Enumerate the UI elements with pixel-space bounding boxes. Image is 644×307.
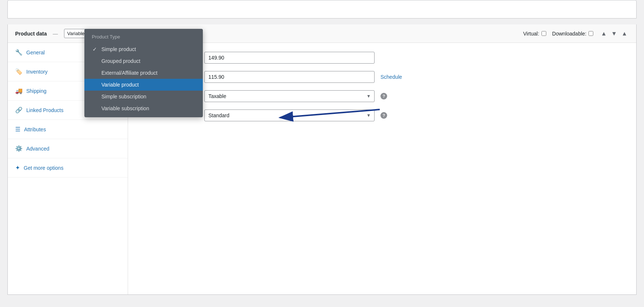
sidebar-item-linked-products-label: Linked Products (26, 107, 63, 113)
star-icon: ✦ (15, 164, 20, 171)
tax-status-select-wrapper[interactable]: Taxable Shipping only None ▼ (204, 90, 375, 102)
sidebar-item-inventory-label: Inventory (26, 69, 48, 75)
tax-class-select-wrapper[interactable]: Standard Reduced rate Zero rate ▼ (204, 109, 375, 121)
sidebar-item-attributes-label: Attributes (24, 126, 46, 132)
virtual-check: Virtual: (523, 31, 546, 37)
checkmark-simple-product: ✓ (92, 46, 98, 52)
header-dash: — (53, 31, 58, 37)
dropdown-header: Product Type (84, 32, 203, 43)
dropdown-item-grouped-product[interactable]: Grouped product (84, 55, 203, 67)
product-data-title: Product data (15, 31, 47, 37)
downloadable-checkbox[interactable] (588, 31, 593, 36)
dropdown-label-variable-subscription: Variable subscription (101, 105, 149, 111)
tax-status-select[interactable]: Taxable Shipping only None (204, 90, 375, 102)
tax-status-help-icon[interactable]: ? (380, 93, 387, 99)
sidebar-item-get-more-options-label: Get more options (24, 165, 63, 171)
tag-icon: 🏷️ (15, 68, 23, 75)
sidebar-item-advanced-label: Advanced (26, 146, 49, 152)
dropdown-label-external-product: External/Affiliate product (101, 70, 158, 76)
truck-icon: 🚚 (15, 87, 23, 94)
dropdown-item-variable-product[interactable]: Variable product (84, 79, 203, 91)
dropdown-item-simple-product[interactable]: ✓ Simple product (84, 43, 203, 55)
sidebar-item-get-more-options[interactable]: ✦ Get more options (8, 158, 128, 178)
regular-price-row: Regular price ($) (139, 52, 625, 64)
dropdown-label-grouped-product: Grouped product (101, 58, 140, 64)
dropdown-label-simple-subscription: Simple subscription (101, 94, 146, 99)
dropdown-label-simple-product: Simple product (101, 46, 136, 52)
dropdown-item-variable-subscription[interactable]: Variable subscription (84, 102, 203, 114)
page-wrapper: Product data — Variable product ? Virtua… (0, 0, 644, 307)
link-icon: 🔗 (15, 107, 23, 114)
header-right: Virtual: Downloadable: ▲ ▼ ▲ (523, 30, 629, 38)
main-content: Regular price ($) Sale price ($) Schedul… (128, 43, 636, 294)
header-arrows: ▲ ▼ ▲ (599, 30, 629, 38)
sidebar-item-attributes[interactable]: ☰ Attributes (8, 120, 128, 139)
gear-icon: ⚙️ (15, 145, 23, 152)
dropdown-label-variable-product: Variable product (101, 82, 139, 88)
dropdown-item-external-product[interactable]: External/Affiliate product (84, 67, 203, 79)
downloadable-check: Downloadable: (552, 31, 594, 37)
sidebar-item-shipping-label: Shipping (26, 88, 47, 94)
sidebar-item-general-label: General (26, 50, 45, 55)
schedule-link[interactable]: Schedule (380, 74, 402, 80)
wrench-icon: 🔧 (15, 49, 23, 56)
dropdown-item-simple-subscription[interactable]: Simple subscription (84, 91, 203, 102)
arrow-up-button[interactable]: ▲ (599, 30, 608, 38)
product-type-dropdown: Product Type ✓ Simple product Grouped pr… (84, 29, 203, 117)
section-separator (0, 18, 644, 24)
virtual-label: Virtual: (523, 31, 539, 37)
downloadable-label: Downloadable: (552, 31, 587, 37)
regular-price-input[interactable] (204, 52, 375, 64)
tax-class-select[interactable]: Standard Reduced rate Zero rate (204, 109, 375, 121)
tax-status-row: Tax status Taxable Shipping only None ▼ … (139, 90, 625, 102)
tax-class-help-icon[interactable]: ? (380, 112, 387, 119)
sale-price-row: Sale price ($) Schedule (139, 71, 625, 83)
tax-class-row: Tax class Standard Reduced rate Zero rat… (139, 109, 625, 121)
arrow-down-button[interactable]: ▼ (610, 30, 618, 38)
list-icon: ☰ (15, 126, 20, 133)
sale-price-input[interactable] (204, 71, 375, 83)
arrow-collapse-button[interactable]: ▲ (620, 30, 629, 38)
sidebar-item-advanced[interactable]: ⚙️ Advanced (8, 139, 128, 158)
top-partial-element (7, 0, 637, 18)
virtual-checkbox[interactable] (541, 31, 546, 36)
